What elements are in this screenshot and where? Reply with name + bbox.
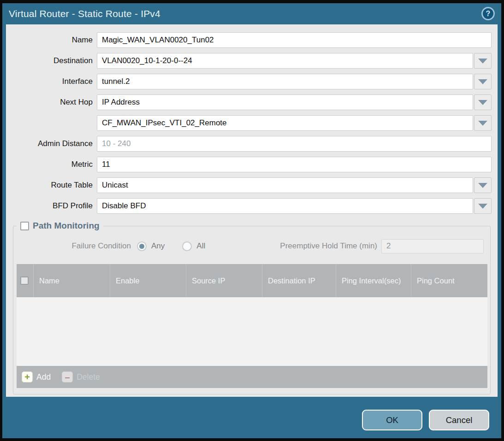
screen: Virtual Router - Static Route - IPv4 ? N… <box>0 0 504 441</box>
bfd-profile-dropdown-button[interactable] <box>474 198 492 214</box>
failure-condition-all-radio[interactable] <box>182 241 192 251</box>
ok-button[interactable]: OK <box>362 410 422 430</box>
path-monitoring-legend: Path Monitoring <box>17 221 103 231</box>
nexthop-value-input[interactable] <box>97 115 473 131</box>
path-monitoring-checkbox[interactable] <box>20 222 29 230</box>
static-route-dialog: Virtual Router - Static Route - IPv4 ? N… <box>2 3 501 438</box>
nexthop-type-input[interactable] <box>97 94 473 110</box>
destination-input[interactable] <box>97 53 473 69</box>
column-header-source-ip[interactable]: Source IP <box>186 264 262 297</box>
destination-label: Destination <box>6 56 97 65</box>
failure-condition-row: Failure Condition Any All Preemptive Hol… <box>13 238 490 254</box>
bfd-profile-label: BFD Profile <box>6 201 97 211</box>
add-button[interactable]: + Add <box>22 371 51 382</box>
column-header-enable[interactable]: Enable <box>110 264 186 297</box>
nexthop-type-dropdown-button[interactable] <box>474 94 492 110</box>
select-all-header-cell <box>17 264 34 297</box>
admin-distance-label: Admin Distance <box>6 139 97 148</box>
column-header-name[interactable]: Name <box>34 264 110 297</box>
chevron-down-icon <box>478 79 487 84</box>
form-row-route-table: Route Table <box>6 177 497 193</box>
form-row-interface: Interface <box>6 74 497 89</box>
form-row-destination: Destination <box>6 53 497 69</box>
table-header-row: Name Enable Source IP Destination IP Pin… <box>17 264 487 297</box>
form-row-nexthop-type: Next Hop <box>6 94 497 110</box>
failure-condition-label: Failure Condition <box>13 241 137 251</box>
form-area: Name Destination Interface <box>6 25 497 214</box>
form-row-admin-distance: Admin Distance <box>6 136 497 152</box>
cancel-button[interactable]: Cancel <box>429 410 489 430</box>
minus-icon: – <box>62 371 73 382</box>
preemptive-hold-time-input[interactable] <box>381 239 484 253</box>
form-row-nexthop-value <box>6 115 497 131</box>
chevron-down-icon <box>478 100 487 105</box>
failure-condition-any-radio[interactable] <box>137 241 147 251</box>
destination-dropdown-button[interactable] <box>474 53 492 69</box>
dialog-body: Name Destination Interface <box>6 24 498 397</box>
add-button-label: Add <box>36 372 51 382</box>
preemptive-hold-time-label: Preemptive Hold Time (min) <box>223 241 381 251</box>
admin-distance-input[interactable] <box>97 136 492 152</box>
route-table-input[interactable] <box>97 177 473 193</box>
column-header-destination-ip[interactable]: Destination IP <box>262 264 336 297</box>
column-header-ping-count[interactable]: Ping Count <box>411 264 487 297</box>
interface-dropdown-button[interactable] <box>474 74 492 89</box>
plus-icon: + <box>22 371 33 382</box>
column-header-ping-interval[interactable]: Ping Interval(sec) <box>336 264 411 297</box>
delete-button-label: Delete <box>77 372 100 382</box>
dialog-title: Virtual Router - Static Route - IPv4 <box>2 8 160 19</box>
path-monitoring-group: Path Monitoring Failure Condition Any Al… <box>13 226 491 394</box>
chevron-down-icon <box>478 183 487 188</box>
help-icon[interactable]: ? <box>481 7 495 20</box>
bfd-profile-input[interactable] <box>97 198 473 214</box>
form-row-name: Name <box>6 32 497 48</box>
metric-input[interactable] <box>97 157 492 172</box>
interface-input[interactable] <box>97 74 473 89</box>
path-monitoring-title: Path Monitoring <box>33 221 100 231</box>
metric-label: Metric <box>6 160 97 169</box>
route-table-label: Route Table <box>6 181 97 190</box>
dialog-titlebar: Virtual Router - Static Route - IPv4 ? <box>2 3 501 24</box>
route-table-dropdown-button[interactable] <box>474 177 492 193</box>
delete-button[interactable]: – Delete <box>62 371 100 382</box>
chevron-down-icon <box>478 204 487 209</box>
failure-condition-all-label: All <box>196 241 205 251</box>
dialog-footer: OK Cancel <box>2 397 501 438</box>
form-row-bfd-profile: BFD Profile <box>6 198 497 214</box>
failure-condition-any-label: Any <box>151 241 165 251</box>
nexthop-value-dropdown-button[interactable] <box>474 115 492 131</box>
nexthop-label: Next Hop <box>6 98 97 107</box>
interface-label: Interface <box>6 77 97 86</box>
table-action-bar: + Add – Delete <box>17 366 487 388</box>
table-body-empty <box>17 297 487 366</box>
path-monitoring-table: Name Enable Source IP Destination IP Pin… <box>17 264 487 388</box>
name-input[interactable] <box>97 32 492 48</box>
form-row-metric: Metric <box>6 157 497 172</box>
select-all-checkbox[interactable] <box>20 276 29 285</box>
chevron-down-icon <box>478 59 487 64</box>
radio-dot <box>139 244 144 249</box>
chevron-down-icon <box>478 121 487 126</box>
name-label: Name <box>6 35 97 45</box>
